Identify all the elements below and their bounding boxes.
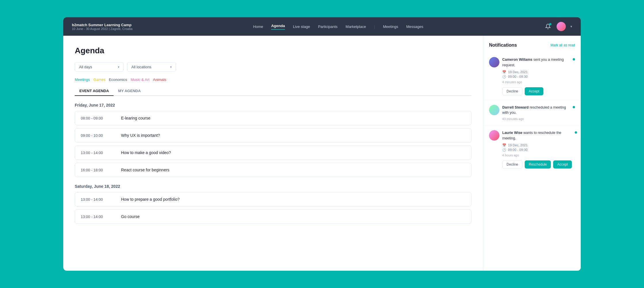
- nav-live-stage[interactable]: Live stage: [293, 24, 310, 29]
- days-filter-label: All days: [79, 65, 92, 69]
- session-title: Go course: [121, 214, 140, 219]
- session-card[interactable]: 08:00 - 09:00 E-learing course: [75, 111, 471, 125]
- session-time: 08:00 - 09:00: [81, 116, 110, 120]
- calendar-icon: 📅: [502, 70, 506, 74]
- notif-body-cameron: Cameron Willams sent you a meeting reque…: [502, 57, 570, 95]
- notif-text-cameron: Cameron Willams sent you a meeting reque…: [502, 57, 570, 68]
- notif-timestamp-cameron: 4 minutes ago: [502, 80, 570, 84]
- session-card[interactable]: 16:00 - 18:00 React course for beginners: [75, 163, 471, 177]
- app-subtitle: 10 June - 30 August 2022 | Zagreb, Croat…: [72, 27, 133, 31]
- tag-animals[interactable]: Animals: [153, 77, 166, 82]
- notif-body-laurie: Laurie Wise wants to reschedule the meet…: [502, 130, 572, 168]
- notif-actions-cameron: Decline Accept: [502, 87, 570, 95]
- tab-my-agenda[interactable]: MY AGENDA: [114, 86, 145, 96]
- nav-links: Home Agenda Live stage Participants Mark…: [253, 24, 423, 30]
- notif-actions-laurie: Decline Reschedule Accept: [502, 160, 572, 168]
- app-window: b2match Summer Learning Camp 10 June - 3…: [63, 17, 581, 271]
- filters-row: All days ▾ All locations ▾: [75, 62, 471, 72]
- notification-bell-icon[interactable]: [544, 22, 552, 31]
- day-section-friday: Friday, June 17, 2022 08:00 - 09:00 E-le…: [75, 103, 471, 177]
- tag-economics[interactable]: Economics: [109, 77, 127, 82]
- day-section-saturday: Saturday, June 18, 2022 13:00 - 14:00 Ho…: [75, 184, 471, 224]
- days-filter-caret-icon: ▾: [118, 65, 119, 69]
- brand: b2match Summer Learning Camp 10 June - 3…: [72, 23, 133, 31]
- tab-event-agenda[interactable]: EVENT AGENDA: [75, 86, 114, 96]
- nav-meetings[interactable]: Meetings: [383, 24, 398, 29]
- locations-filter-caret-icon: ▾: [170, 65, 172, 69]
- avatar-laurie: [489, 130, 499, 141]
- day-heading-saturday: Saturday, June 18, 2022: [75, 184, 471, 189]
- nav-participants[interactable]: Participants: [318, 24, 338, 29]
- session-title: Why UX is important?: [121, 133, 160, 138]
- avatar[interactable]: [557, 22, 566, 31]
- page-title: Agenda: [75, 46, 471, 55]
- locations-filter[interactable]: All locations ▾: [127, 62, 176, 72]
- notif-meta-cameron: 📅 19 Dec, 2021 🕐 09:00 - 09:30: [502, 70, 570, 79]
- notif-top-darrell: Darrell Steward rescheduled a meeting wi…: [489, 105, 575, 121]
- notif-timestamp-laurie: 4 hours ago: [502, 154, 572, 157]
- session-time: 16:00 - 18:00: [81, 168, 110, 172]
- unread-dot-laurie: [575, 131, 577, 134]
- nav-messages[interactable]: Messages: [406, 24, 423, 29]
- notif-text-laurie: Laurie Wise wants to reschedule the meet…: [502, 130, 572, 141]
- agenda-tabs: EVENT AGENDA MY AGENDA: [75, 86, 471, 96]
- accept-button-laurie[interactable]: Accept: [553, 160, 572, 168]
- calendar-icon: 📅: [502, 143, 506, 147]
- notif-item-laurie: Laurie Wise wants to reschedule the meet…: [483, 126, 581, 173]
- main-container: Agenda All days ▾ All locations ▾ Meetin…: [63, 36, 581, 271]
- navbar: b2match Summer Learning Camp 10 June - 3…: [63, 17, 581, 36]
- avatar-cameron: [489, 57, 499, 67]
- unread-dot-darrell: [573, 106, 575, 108]
- session-title: How to make a good video?: [121, 150, 171, 155]
- notif-meta-laurie: 📅 19 Dec, 2021 🕐 09:00 - 09:30: [502, 143, 572, 152]
- notif-top: Cameron Willams sent you a meeting reque…: [489, 57, 575, 95]
- avatar-menu-chevron-icon[interactable]: ▾: [570, 24, 572, 29]
- session-card[interactable]: 13:00 - 14:00 Go course: [75, 209, 471, 224]
- tag-music-art[interactable]: Music & Art: [131, 77, 150, 82]
- notif-timestamp-darrell: 43 minutes ago: [502, 117, 570, 121]
- reschedule-button-laurie[interactable]: Reschedule: [525, 160, 551, 168]
- nav-agenda[interactable]: Agenda: [271, 24, 285, 30]
- tag-meetings[interactable]: Meetings: [75, 77, 90, 82]
- notif-body-darrell: Darrell Steward rescheduled a meeting wi…: [502, 105, 570, 121]
- clock-icon: 🕐: [502, 148, 506, 152]
- days-filter[interactable]: All days ▾: [75, 62, 124, 72]
- session-title: E-learing course: [121, 116, 150, 120]
- session-time: 13:00 - 14:00: [81, 215, 110, 219]
- nav-home[interactable]: Home: [253, 24, 263, 29]
- notif-date-laurie: 📅 19 Dec, 2021: [502, 143, 572, 147]
- nav-divider: |: [374, 24, 375, 29]
- session-time: 09:00 - 10:00: [81, 133, 110, 138]
- notifications-panel: Notifications Mark all as read Cameron W…: [483, 36, 581, 271]
- session-card[interactable]: 13:00 - 14:00 How to make a good video?: [75, 145, 471, 160]
- app-name: b2match Summer Learning Camp: [72, 23, 133, 27]
- session-time: 13:00 - 14:00: [81, 197, 110, 202]
- decline-button-laurie[interactable]: Decline: [502, 160, 522, 168]
- navbar-right: ▾: [544, 22, 572, 31]
- notif-title: Notifications: [489, 43, 517, 48]
- notif-header: Notifications Mark all as read: [483, 43, 581, 48]
- notif-text-darrell: Darrell Steward rescheduled a meeting wi…: [502, 105, 570, 116]
- session-title: React course for beginners: [121, 168, 169, 172]
- notif-user-darrell: Darrell Steward: [502, 105, 529, 109]
- notif-user-laurie: Laurie Wise: [502, 131, 522, 135]
- mark-all-read-button[interactable]: Mark all as read: [551, 43, 575, 47]
- notif-time-cameron: 🕐 09:00 - 09:30: [502, 75, 570, 79]
- notif-top-laurie: Laurie Wise wants to reschedule the meet…: [489, 130, 575, 168]
- session-card[interactable]: 13:00 - 14:00 How to prepare a good port…: [75, 192, 471, 206]
- clock-icon: 🕐: [502, 75, 506, 79]
- nav-marketplace[interactable]: Marketplace: [346, 24, 366, 29]
- notif-user-cameron: Cameron Willams: [502, 58, 532, 62]
- tags-row: Meetings Games Economics Music & Art Ani…: [75, 77, 471, 82]
- session-card[interactable]: 09:00 - 10:00 Why UX is important?: [75, 128, 471, 143]
- notif-time-laurie: 🕐 09:00 - 09:30: [502, 148, 572, 152]
- accept-button-cameron[interactable]: Accept: [525, 87, 543, 95]
- tag-games[interactable]: Games: [93, 77, 106, 82]
- notif-date-cameron: 📅 19 Dec, 2021: [502, 70, 570, 74]
- day-heading-friday: Friday, June 17, 2022: [75, 103, 471, 107]
- session-title: How to prepare a good portfolio?: [121, 197, 180, 202]
- session-time: 13:00 - 14:00: [81, 151, 110, 155]
- decline-button-cameron[interactable]: Decline: [502, 87, 522, 95]
- agenda-panel: Agenda All days ▾ All locations ▾ Meetin…: [63, 36, 483, 271]
- unread-dot-cameron: [573, 58, 575, 60]
